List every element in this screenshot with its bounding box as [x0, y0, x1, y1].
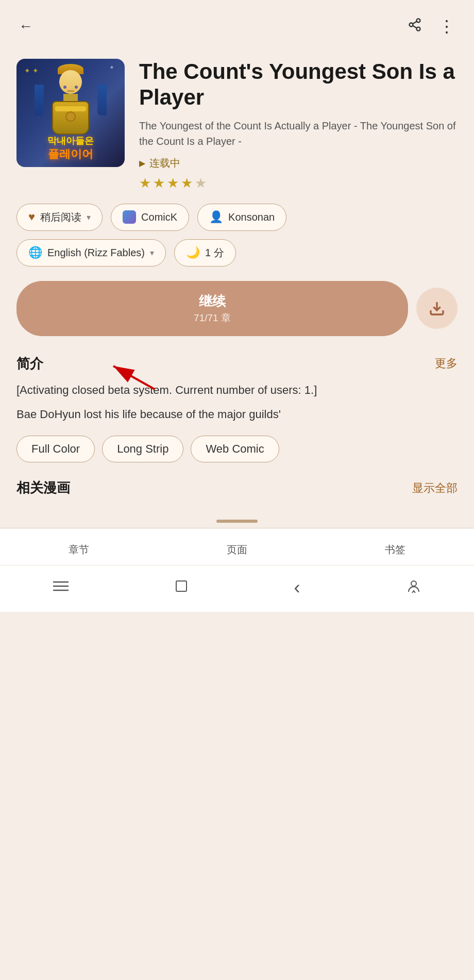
hero-section: ✦ ✦ ✦	[0, 48, 474, 204]
book-info: The Count's Youngest Son Is a Player The…	[139, 59, 458, 191]
nav-home-button[interactable]	[172, 577, 191, 599]
more-button[interactable]: ⋮	[436, 14, 458, 38]
tab-bookmarks[interactable]: 书签	[375, 539, 416, 559]
coin-icon: 🌙	[186, 246, 200, 259]
translate-icon: 🌐	[28, 246, 42, 259]
description-section: 简介 更多 [Activating closed beta system. Cu…	[0, 355, 474, 423]
language-button[interactable]: 🌐 English (Rizz Fables) ▾	[16, 239, 166, 267]
star-1: ★	[139, 175, 151, 191]
svg-point-2	[417, 27, 420, 30]
top-bar-right: ⋮	[405, 14, 458, 38]
dropdown-arrow: ▾	[87, 212, 91, 222]
status-row: ▶ 连载中	[139, 156, 458, 170]
description-para2: Bae DoHyun lost his life because of the …	[16, 405, 458, 423]
tab-pages[interactable]: 页面	[216, 539, 258, 559]
heart-icon: ♥	[28, 210, 35, 224]
svg-point-1	[410, 23, 413, 26]
bookmark-label: 稍后阅读	[40, 210, 81, 224]
tab-chapters[interactable]: 章节	[58, 539, 99, 559]
continue-main-text: 继续	[27, 292, 398, 310]
back-button[interactable]: ←	[16, 16, 35, 37]
tab-bookmarks-label: 书签	[385, 543, 405, 557]
star-2: ★	[153, 175, 165, 191]
book-subtitle: The Youngest of the Count Is Actually a …	[139, 118, 458, 149]
star-3: ★	[167, 175, 179, 191]
tag-full-color[interactable]: Full Color	[16, 436, 95, 462]
related-header: 相关漫画 显示全部	[16, 479, 458, 497]
continue-row: 继续 71/71 章	[0, 281, 474, 336]
platform-button[interactable]: ComicK	[111, 204, 189, 231]
continue-button[interactable]: 继续 71/71 章	[16, 281, 408, 336]
related-title: 相关漫画	[16, 479, 70, 497]
platform-label: ComicK	[141, 211, 177, 223]
svg-rect-11	[176, 581, 187, 591]
author-button[interactable]: 👤 Konsonan	[197, 204, 286, 231]
svg-line-4	[413, 21, 417, 24]
bottom-handle-area	[0, 509, 474, 528]
author-icon: 👤	[209, 210, 223, 224]
play-icon: ▶	[139, 158, 145, 168]
author-label: Konsonan	[228, 211, 275, 223]
nav-bar: ‹	[0, 565, 474, 612]
tab-pages-label: 页面	[227, 543, 247, 557]
action-row-1: ♥ 稍后阅读 ▾ ComicK 👤 Konsonan	[0, 204, 474, 231]
bottom-handle	[216, 520, 258, 523]
description-header: 简介 更多	[16, 355, 458, 373]
description-para1: [Activating closed beta system. Current …	[16, 381, 458, 399]
coins-button[interactable]: 🌙 1 分	[174, 239, 236, 267]
share-button[interactable]	[405, 15, 424, 38]
bookmark-button[interactable]: ♥ 稍后阅读 ▾	[16, 204, 103, 231]
svg-point-12	[411, 581, 416, 586]
related-section: 相关漫画 显示全部	[0, 479, 474, 497]
bottom-tabs: 章节 页面 书签	[0, 528, 474, 565]
download-button[interactable]	[416, 288, 458, 329]
tab-chapters-label: 章节	[69, 543, 89, 557]
nav-profile-button[interactable]	[404, 576, 424, 600]
tag-web-comic[interactable]: Web Comic	[191, 436, 279, 462]
language-label: English (Rizz Fables)	[47, 247, 145, 259]
star-5: ★	[195, 175, 207, 191]
svg-line-3	[413, 25, 417, 28]
lang-dropdown-arrow: ▾	[150, 248, 154, 258]
star-4: ★	[181, 175, 193, 191]
coins-label: 1 分	[205, 246, 224, 260]
nav-back-button[interactable]: ‹	[292, 575, 302, 601]
status-text: 连载中	[149, 156, 180, 170]
book-title: The Count's Youngest Son Is a Player	[139, 59, 458, 111]
description-title: 简介	[16, 355, 43, 373]
continue-sub-text: 71/71 章	[27, 311, 398, 325]
show-all-link[interactable]: 显示全部	[412, 480, 458, 496]
action-row-2: 🌐 English (Rizz Fables) ▾ 🌙 1 分	[0, 239, 474, 267]
tags-row: Full Color Long Strip Web Comic	[0, 436, 474, 462]
stars-row: ★ ★ ★ ★ ★	[139, 175, 458, 191]
tag-long-strip[interactable]: Long Strip	[102, 436, 183, 462]
top-bar: ← ⋮	[0, 0, 474, 48]
platform-icon	[123, 210, 136, 224]
book-cover: ✦ ✦ ✦	[16, 59, 125, 167]
description-more-link[interactable]: 更多	[435, 356, 458, 371]
nav-menu-button[interactable]	[51, 577, 71, 598]
svg-point-0	[417, 19, 420, 22]
